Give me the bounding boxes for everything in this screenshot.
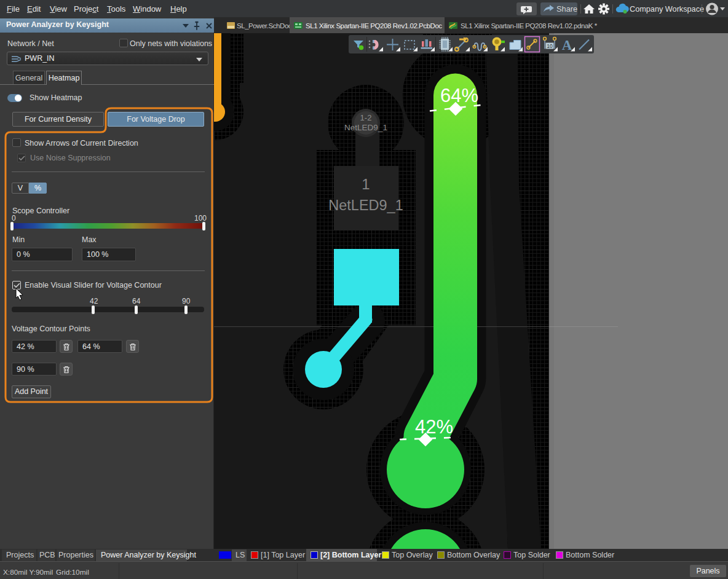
svg-text:1: 1 [362, 176, 370, 192]
svg-text:NetLED9_1: NetLED9_1 [328, 197, 403, 213]
svg-text:64%: 64% [440, 85, 478, 106]
svg-text:42%: 42% [415, 416, 453, 438]
svg-text:Share: Share [556, 4, 577, 14]
svg-text:1-2: 1-2 [360, 113, 372, 122]
svg-text:NetLED9_1: NetLED9_1 [344, 123, 387, 132]
svg-text:Company Workspace: Company Workspace [630, 5, 704, 14]
svg-text:A: A [562, 37, 572, 53]
svg-text:10: 10 [547, 43, 553, 49]
